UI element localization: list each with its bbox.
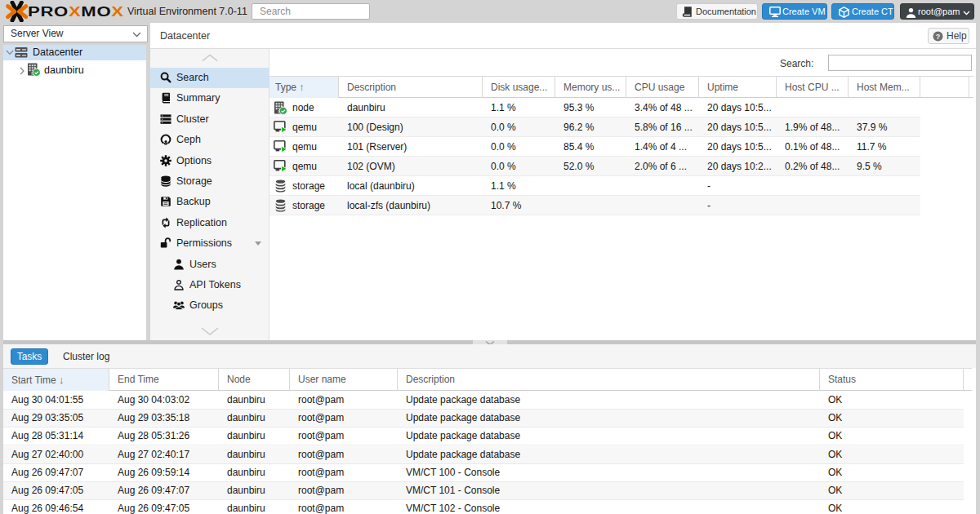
svg-text:?: ? xyxy=(936,33,941,41)
